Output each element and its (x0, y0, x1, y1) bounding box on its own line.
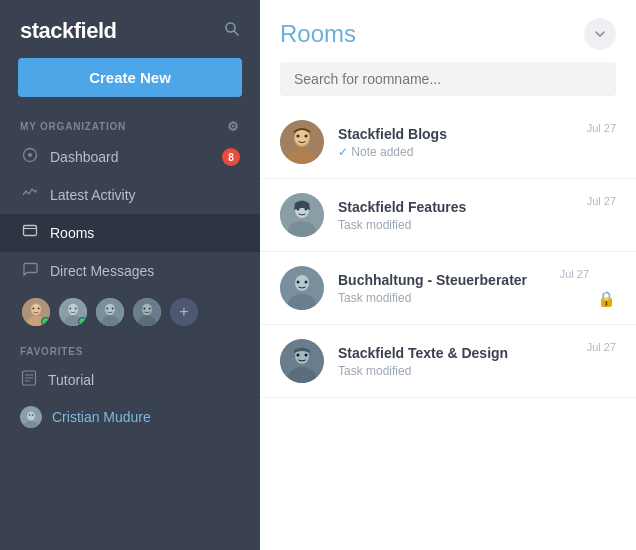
sidebar-item-label-activity: Latest Activity (50, 187, 136, 203)
rooms-title: Rooms (280, 20, 356, 48)
room-item-buchhaltung[interactable]: Buchhaltung - Steuerberater Task modifie… (260, 252, 636, 325)
room-date-blogs: Jul 27 (587, 120, 616, 134)
avatar-1[interactable] (20, 296, 52, 328)
svg-point-34 (29, 414, 31, 416)
avatar-3[interactable] (94, 296, 126, 328)
svg-point-24 (142, 304, 152, 315)
favorites-section-label: FAVORITES (0, 340, 260, 361)
svg-point-51 (305, 281, 308, 284)
svg-point-56 (305, 354, 308, 357)
avatar-2[interactable] (57, 296, 89, 328)
room-date-features: Jul 27 (587, 193, 616, 207)
online-avatars-row: + (0, 290, 260, 340)
svg-point-41 (304, 134, 307, 137)
room-name-blogs: Stackfield Blogs (338, 126, 577, 142)
svg-point-21 (112, 308, 114, 310)
sidebar-item-dashboard[interactable]: Dashboard 8 (0, 138, 260, 176)
svg-point-19 (105, 304, 115, 315)
sidebar: stackfield Create New MY ORGANIZATION ⚙ … (0, 0, 260, 550)
rooms-list: Stackfield Blogs Note added Jul 27 Stac (260, 106, 636, 550)
org-section-label: MY ORGANIZATION ⚙ (0, 113, 260, 138)
gear-icon[interactable]: ⚙ (227, 119, 240, 134)
room-name-buchhaltung: Buchhaltung - Steuerberater (338, 272, 550, 288)
sidebar-item-direct-messages[interactable]: Direct Messages (0, 252, 260, 290)
sidebar-item-latest-activity[interactable]: Latest Activity (0, 176, 260, 214)
room-info-texte: Stackfield Texte & Design Task modified (338, 345, 577, 378)
svg-point-50 (297, 281, 300, 284)
room-info-features: Stackfield Features Task modified (338, 199, 577, 232)
room-avatar-buchhaltung (280, 266, 324, 310)
favorite-label-cristian: Cristian Mudure (52, 409, 151, 425)
svg-point-20 (106, 308, 108, 310)
svg-point-32 (27, 412, 35, 421)
svg-point-26 (149, 308, 151, 310)
favorite-label-tutorial: Tutorial (48, 372, 94, 388)
add-avatar-button[interactable]: + (168, 296, 200, 328)
cristian-avatar (20, 406, 42, 428)
room-avatar-blogs (280, 120, 324, 164)
rooms-icon (20, 223, 40, 243)
svg-point-10 (32, 307, 34, 309)
sidebar-item-label-dashboard: Dashboard (50, 149, 119, 165)
svg-point-25 (143, 308, 145, 310)
dashboard-badge: 8 (222, 148, 240, 166)
svg-point-3 (28, 153, 32, 157)
room-name-features: Stackfield Features (338, 199, 577, 215)
sidebar-item-label-dm: Direct Messages (50, 263, 154, 279)
sidebar-item-label-rooms: Rooms (50, 225, 94, 241)
room-sub-texte: Task modified (338, 364, 577, 378)
svg-point-14 (68, 304, 78, 315)
svg-point-40 (296, 134, 299, 137)
tutorial-icon (20, 369, 38, 390)
room-item-stackfield-features[interactable]: Stackfield Features Task modified Jul 27 (260, 179, 636, 252)
room-avatar-features (280, 193, 324, 237)
room-info-buchhaltung: Buchhaltung - Steuerberater Task modifie… (338, 272, 550, 305)
rooms-dropdown-button[interactable] (584, 18, 616, 50)
svg-rect-4 (24, 226, 37, 236)
dashboard-icon (20, 147, 40, 167)
room-sub-blogs: Note added (338, 145, 577, 159)
svg-point-16 (75, 308, 77, 310)
activity-icon (20, 185, 40, 205)
room-item-stackfield-blogs[interactable]: Stackfield Blogs Note added Jul 27 (260, 106, 636, 179)
favorite-item-cristian[interactable]: Cristian Mudure (0, 398, 260, 436)
direct-messages-icon (20, 261, 40, 281)
svg-point-11 (38, 307, 40, 309)
sidebar-header: stackfield (0, 0, 260, 58)
online-indicator (41, 317, 50, 326)
lock-icon: 🔒 (597, 290, 616, 310)
svg-line-1 (234, 31, 238, 35)
room-name-texte: Stackfield Texte & Design (338, 345, 577, 361)
room-item-stackfield-texte[interactable]: Stackfield Texte & Design Task modified … (260, 325, 636, 398)
sidebar-item-rooms[interactable]: Rooms (0, 214, 260, 252)
room-sub-features: Task modified (338, 218, 577, 232)
room-date-texte: Jul 27 (587, 339, 616, 353)
avatar-4[interactable] (131, 296, 163, 328)
online-indicator-2 (78, 317, 87, 326)
svg-point-35 (32, 414, 34, 416)
favorite-item-tutorial[interactable]: Tutorial (0, 361, 260, 398)
svg-point-55 (297, 354, 300, 357)
app-logo: stackfield (20, 18, 117, 44)
search-icon[interactable] (224, 21, 240, 41)
room-sub-buchhaltung: Task modified (338, 291, 550, 305)
rooms-header: Rooms (260, 0, 636, 62)
create-new-button[interactable]: Create New (18, 58, 242, 97)
room-info-blogs: Stackfield Blogs Note added (338, 126, 577, 159)
svg-point-15 (69, 308, 71, 310)
room-date-buchhaltung: Jul 27 (560, 266, 589, 280)
room-search-input[interactable] (280, 62, 616, 96)
main-content: Rooms (260, 0, 636, 550)
room-avatar-texte (280, 339, 324, 383)
